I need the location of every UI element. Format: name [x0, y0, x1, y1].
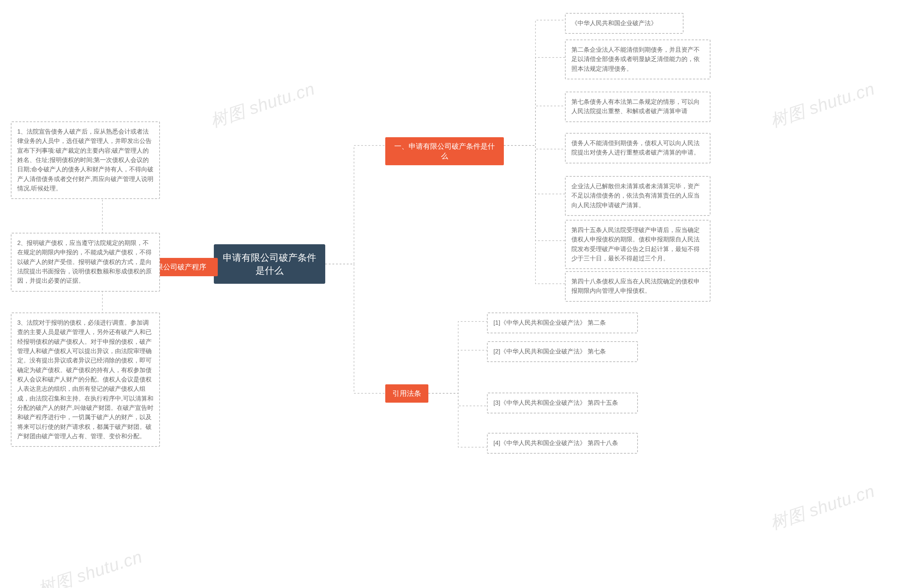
leaf-node[interactable]: 企业法人已解散但未清算或者未清算完毕，资产不足以清偿债务的，依法负有清算责任的人…	[565, 176, 711, 216]
branch-label: 一、申请有限公司破产条件是什么	[394, 142, 495, 160]
leaf-node[interactable]: 2、报明破产债权，应当遵守法院规定的期限，不在规定的期限内申报的，不能成为破产债…	[11, 233, 160, 292]
leaf-text: 3、法院对于报明的债权，必须进行调查。参加调查的主要人员是破产管理人，另外还有破…	[17, 319, 154, 439]
leaf-node[interactable]: [4]《中华人民共和国企业破产法》 第四十八条	[487, 433, 638, 454]
leaf-node[interactable]: [1]《中华人民共和国企业破产法》 第二条	[487, 312, 638, 333]
leaf-node[interactable]: 《中华人民共和国企业破产法》	[565, 13, 684, 34]
watermark: 树图 shutu.cn	[207, 77, 318, 132]
leaf-node[interactable]: 第二条企业法人不能清偿到期债务，并且资产不足以清偿全部债务或者明显缺乏清偿能力的…	[565, 39, 711, 79]
leaf-node[interactable]: 3、法院对于报明的债权，必须进行调查。参加调查的主要人员是破产管理人，另外还有破…	[11, 312, 160, 447]
center-topic[interactable]: 申请有限公司破产条件是什么	[214, 244, 325, 284]
leaf-text: 1、法院宣告债务人破产后，应从熟悉会计或者法律业务的人员中，选任破产管理人，并即…	[17, 128, 154, 192]
leaf-text: 《中华人民共和国企业破产法》	[572, 20, 657, 27]
leaf-text: 第二条企业法人不能清偿到期债务，并且资产不足以清偿全部债务或者明显缺乏清偿能力的…	[572, 46, 700, 72]
leaf-node[interactable]: [3]《中华人民共和国企业破产法》 第四十五条	[487, 393, 638, 414]
leaf-node[interactable]: 第四十八条债权人应当在人民法院确定的债权申报期限内向管理人申报债权。	[565, 271, 711, 302]
leaf-text: [2]《中华人民共和国企业破产法》 第七条	[493, 348, 606, 355]
branch-conditions[interactable]: 一、申请有限公司破产条件是什么	[385, 137, 504, 165]
branch-citations[interactable]: 引用法条	[385, 384, 428, 403]
leaf-node[interactable]: [2]《中华人民共和国企业破产法》 第七条	[487, 341, 638, 362]
leaf-node[interactable]: 债务人不能清偿到期债务，债权人可以向人民法院提出对债务人进行重整或者破产清算的申…	[565, 133, 711, 163]
leaf-node[interactable]: 第四十五条人民法院受理破产申请后，应当确定债权人申报债权的期限。债权申报期限自人…	[565, 220, 711, 269]
leaf-text: 第七条债务人有本法第二条规定的情形，可以向人民法院提出重整、和解或者破产清算申请	[572, 99, 700, 115]
leaf-node[interactable]: 1、法院宣告债务人破产后，应从熟悉会计或者法律业务的人员中，选任破产管理人，并即…	[11, 121, 160, 199]
watermark: 树图 shutu.cn	[35, 545, 145, 588]
branch-label: 引用法条	[392, 389, 421, 397]
leaf-text: 第四十五条人民法院受理破产申请后，应当确定债权人申报债权的期限。债权申报期限自人…	[572, 227, 700, 262]
leaf-text: 2、报明破产债权，应当遵守法院规定的期限，不在规定的期限内申报的，不能成为破产债…	[17, 239, 152, 284]
leaf-text: 债务人不能清偿到期债务，债权人可以向人民法院提出对债务人进行重整或者破产清算的申…	[572, 140, 700, 156]
leaf-text: [1]《中华人民共和国企业破产法》 第二条	[493, 319, 606, 326]
leaf-text: 第四十八条债权人应当在人民法院确定的债权申报期限内向管理人申报债权。	[572, 278, 700, 294]
watermark: 树图 shutu.cn	[768, 480, 878, 535]
leaf-text: [4]《中华人民共和国企业破产法》 第四十八条	[493, 439, 618, 446]
leaf-node[interactable]: 第七条债务人有本法第二条规定的情形，可以向人民法院提出重整、和解或者破产清算申请	[565, 92, 711, 122]
leaf-text: [3]《中华人民共和国企业破产法》 第四十五条	[493, 399, 618, 406]
connector-lines	[0, 0, 920, 588]
leaf-text: 企业法人已解散但未清算或者未清算完毕，资产不足以清偿债务的，依法负有清算责任的人…	[572, 183, 700, 209]
watermark: 树图 shutu.cn	[768, 77, 878, 132]
center-title: 申请有限公司破产条件是什么	[221, 251, 318, 277]
